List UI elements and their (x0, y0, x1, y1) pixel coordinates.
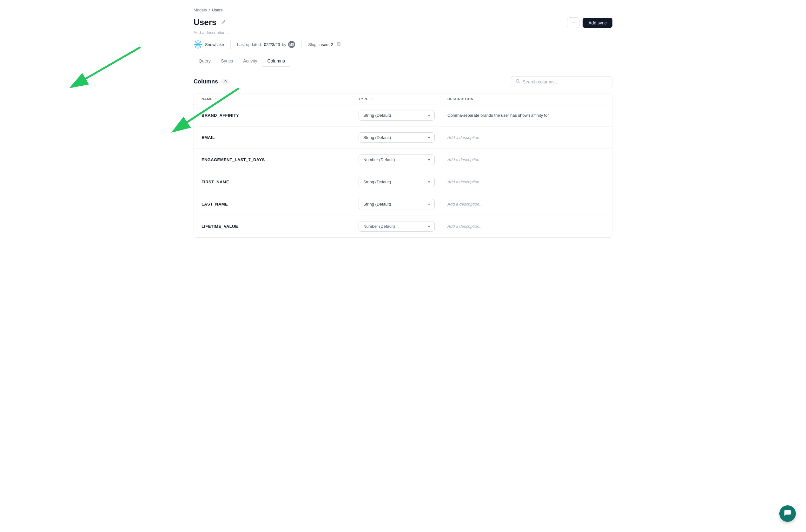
svg-line-17 (86, 48, 139, 79)
avatar: MS (288, 41, 295, 48)
table-row: EMAIL String (Default) ▾ Add a descripti… (194, 127, 612, 149)
edit-title-button[interactable] (220, 18, 227, 27)
table-row: BRAND_AFFINITY String (Default) ▾ Comma-… (194, 104, 612, 127)
chevron-down-icon: ▾ (428, 202, 430, 207)
col-description-brand-affinity[interactable]: Comma-separate brands the user has shown… (447, 113, 604, 118)
col-name-lifetime-value: LIFETIME_VALUE (202, 224, 359, 229)
col-header-type: TYPE ↑↓ (359, 97, 447, 101)
snowflake-icon (193, 40, 203, 49)
breadcrumb: Models / Users (193, 7, 613, 12)
type-select-email[interactable]: String (Default) ▾ (359, 132, 435, 143)
svg-point-6 (194, 44, 195, 45)
col-description-lifetime-value[interactable]: Add a description... (447, 224, 604, 229)
slug-value: users-2 (320, 42, 333, 47)
by-label: by (282, 42, 286, 47)
table-row: ENGAGEMENT_LAST_7_DAYS Number (Default) … (194, 149, 612, 171)
slug-meta: Slug: users-2 (302, 41, 349, 48)
columns-count: 9 (221, 79, 230, 85)
col-description-email[interactable]: Add a description... (447, 135, 604, 140)
col-description-first-name[interactable]: Add a description... (447, 179, 604, 184)
name-sort-icon[interactable]: ↑↓ (214, 97, 218, 101)
chevron-down-icon: ▾ (428, 135, 430, 140)
columns-title: Columns (193, 78, 218, 85)
columns-header: Columns 9 (193, 76, 613, 87)
source-name: Snowflake (205, 42, 224, 47)
table-row: FIRST_NAME String (Default) ▾ Add a desc… (194, 171, 612, 193)
chevron-down-icon: ▾ (428, 224, 430, 229)
table-header: NAME ↑↓ TYPE ↑↓ DESCRIPTION (194, 94, 612, 104)
svg-line-14 (519, 82, 520, 83)
col-header-description: DESCRIPTION (447, 97, 604, 101)
columns-table: NAME ↑↓ TYPE ↑↓ DESCRIPTION BRAND_AFFINI… (193, 94, 613, 238)
edit-icon (221, 19, 226, 26)
page-description[interactable]: Add a description... (193, 30, 613, 35)
chevron-down-icon: ▾ (428, 113, 430, 118)
page-wrapper: Models / Users Users ··· Add sync Add a … (181, 0, 625, 245)
col-name-first-name: FIRST_NAME (202, 179, 359, 184)
col-description-last-name[interactable]: Add a description... (447, 202, 604, 207)
tabs-bar: Query Syncs Activity Columns (193, 55, 613, 67)
svg-point-8 (195, 41, 196, 42)
header-actions: ··· Add sync (567, 17, 613, 28)
col-name-email: EMAIL (202, 135, 359, 140)
svg-rect-12 (338, 43, 340, 46)
chevron-down-icon: ▾ (428, 180, 430, 184)
tab-query[interactable]: Query (193, 55, 216, 67)
svg-point-11 (195, 46, 196, 48)
col-description-engagement[interactable]: Add a description... (447, 157, 604, 162)
type-sort-icon[interactable]: ↑↓ (370, 97, 374, 101)
svg-point-5 (198, 48, 199, 49)
page-title-row: Users (193, 17, 227, 27)
col-header-name: NAME ↑↓ (202, 97, 359, 101)
page-header: Users ··· Add sync (193, 17, 613, 28)
source-badge: Snowflake (193, 40, 231, 49)
type-select-brand-affinity[interactable]: String (Default) ▾ (359, 110, 435, 120)
copy-slug-button[interactable] (335, 41, 342, 48)
type-select-lifetime-value[interactable]: Number (Default) ▾ (359, 221, 435, 232)
tab-syncs[interactable]: Syncs (216, 55, 238, 67)
slug-label: Slug: (308, 42, 318, 47)
more-icon: ··· (571, 20, 575, 26)
svg-point-7 (201, 44, 203, 45)
type-select-last-name[interactable]: String (Default) ▾ (359, 199, 435, 209)
table-row: LAST_NAME String (Default) ▾ Add a descr… (194, 193, 612, 215)
chevron-down-icon: ▾ (428, 158, 430, 162)
copy-icon (336, 42, 341, 47)
svg-point-9 (200, 46, 201, 48)
svg-point-10 (200, 41, 201, 42)
breadcrumb-models[interactable]: Models (193, 7, 207, 12)
tab-columns[interactable]: Columns (262, 55, 290, 67)
type-select-engagement[interactable]: Number (Default) ▾ (359, 154, 435, 165)
type-select-first-name[interactable]: String (Default) ▾ (359, 177, 435, 187)
breadcrumb-current: Users (212, 7, 223, 12)
search-input[interactable] (523, 79, 608, 84)
more-options-button[interactable]: ··· (567, 17, 579, 28)
meta-row: Snowflake Last updated: 02/23/23 by MS S… (193, 40, 613, 49)
page-title: Users (193, 17, 217, 27)
table-row: LIFETIME_VALUE Number (Default) ▾ Add a … (194, 215, 612, 237)
last-updated-value: 02/23/23 (264, 42, 280, 47)
breadcrumb-separator: / (209, 7, 210, 12)
col-name-engagement: ENGAGEMENT_LAST_7_DAYS (202, 157, 359, 162)
last-updated-meta: Last updated: 02/23/23 by MS (231, 41, 302, 48)
columns-title-row: Columns 9 (193, 78, 230, 85)
last-updated-label: Last updated: (237, 42, 262, 47)
add-sync-button[interactable]: Add sync (583, 18, 613, 28)
tab-activity[interactable]: Activity (238, 55, 262, 67)
search-box[interactable] (511, 76, 613, 87)
col-name-last-name: LAST_NAME (202, 202, 359, 207)
svg-point-4 (198, 40, 199, 41)
search-icon (516, 79, 520, 84)
col-name-brand-affinity: BRAND_AFFINITY (202, 113, 359, 118)
